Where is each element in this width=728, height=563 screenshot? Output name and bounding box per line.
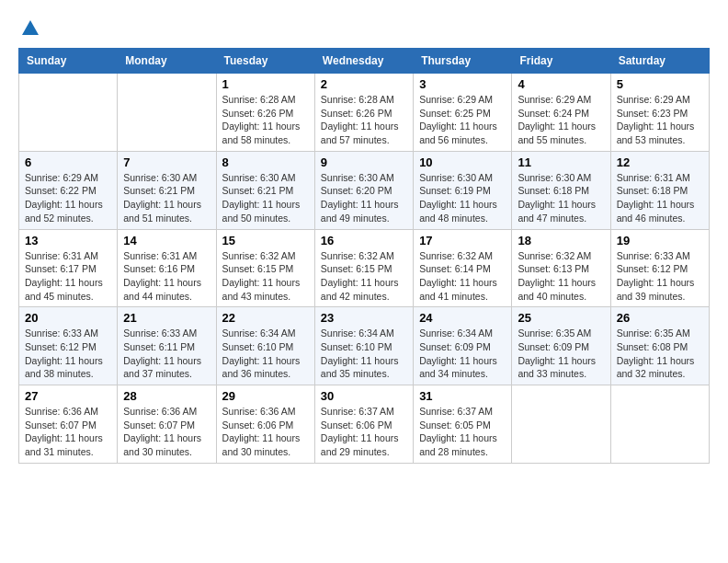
weekday-header-wednesday: Wednesday: [314, 49, 413, 74]
day-info: Sunrise: 6:32 AM Sunset: 6:15 PM Dayligh…: [222, 249, 309, 304]
calendar-cell: 28Sunrise: 6:36 AM Sunset: 6:07 PM Dayli…: [118, 385, 216, 464]
day-number: 31: [419, 389, 506, 403]
day-info: Sunrise: 6:28 AM Sunset: 6:26 PM Dayligh…: [222, 93, 309, 147]
day-info: Sunrise: 6:37 AM Sunset: 6:06 PM Dayligh…: [321, 405, 407, 459]
calendar-cell: 4Sunrise: 6:29 AM Sunset: 6:24 PM Daylig…: [512, 74, 610, 152]
day-number: 21: [123, 311, 210, 325]
calendar-cell: 18Sunrise: 6:32 AM Sunset: 6:13 PM Dayli…: [512, 229, 610, 307]
weekday-header-thursday: Thursday: [414, 49, 512, 74]
day-info: Sunrise: 6:31 AM Sunset: 6:17 PM Dayligh…: [25, 249, 111, 304]
calendar-cell: 6Sunrise: 6:29 AM Sunset: 6:22 PM Daylig…: [19, 151, 118, 229]
calendar-cell: 7Sunrise: 6:30 AM Sunset: 6:21 PM Daylig…: [118, 151, 216, 229]
calendar-cell: 14Sunrise: 6:31 AM Sunset: 6:16 PM Dayli…: [118, 229, 216, 307]
day-info: Sunrise: 6:29 AM Sunset: 6:22 PM Dayligh…: [25, 171, 111, 225]
day-info: Sunrise: 6:34 AM Sunset: 6:09 PM Dayligh…: [419, 327, 506, 381]
day-number: 18: [518, 234, 604, 247]
day-info: Sunrise: 6:32 AM Sunset: 6:15 PM Dayligh…: [321, 249, 407, 304]
day-number: 3: [419, 77, 506, 91]
day-number: 29: [222, 389, 309, 403]
calendar-cell: 31Sunrise: 6:37 AM Sunset: 6:05 PM Dayli…: [414, 385, 512, 464]
day-info: Sunrise: 6:33 AM Sunset: 6:12 PM Dayligh…: [25, 327, 111, 381]
day-number: 2: [321, 77, 407, 91]
day-number: 10: [419, 155, 506, 169]
calendar-cell: 5Sunrise: 6:29 AM Sunset: 6:23 PM Daylig…: [610, 74, 709, 152]
weekday-header-sunday: Sunday: [19, 49, 118, 74]
calendar-cell: 3Sunrise: 6:29 AM Sunset: 6:25 PM Daylig…: [414, 74, 512, 152]
calendar-cell: 13Sunrise: 6:31 AM Sunset: 6:17 PM Dayli…: [19, 229, 118, 307]
calendar-cell: 12Sunrise: 6:31 AM Sunset: 6:18 PM Dayli…: [610, 151, 709, 229]
day-info: Sunrise: 6:28 AM Sunset: 6:26 PM Dayligh…: [321, 93, 407, 147]
logo: [18, 18, 42, 39]
day-info: Sunrise: 6:35 AM Sunset: 6:08 PM Dayligh…: [617, 327, 703, 381]
calendar-cell: 26Sunrise: 6:35 AM Sunset: 6:08 PM Dayli…: [610, 307, 709, 385]
weekday-header-tuesday: Tuesday: [216, 49, 314, 74]
calendar-cell: 11Sunrise: 6:30 AM Sunset: 6:18 PM Dayli…: [512, 151, 610, 229]
logo-icon: [20, 18, 40, 39]
calendar-cell: 25Sunrise: 6:35 AM Sunset: 6:09 PM Dayli…: [512, 307, 610, 385]
weekday-header-monday: Monday: [118, 49, 216, 74]
calendar-cell: 9Sunrise: 6:30 AM Sunset: 6:20 PM Daylig…: [314, 151, 413, 229]
day-info: Sunrise: 6:31 AM Sunset: 6:16 PM Dayligh…: [123, 249, 210, 304]
day-number: 14: [123, 234, 210, 247]
day-number: 6: [25, 155, 111, 169]
day-number: 5: [617, 77, 703, 91]
day-number: 28: [123, 389, 210, 403]
calendar-cell: 27Sunrise: 6:36 AM Sunset: 6:07 PM Dayli…: [19, 385, 118, 464]
day-info: Sunrise: 6:30 AM Sunset: 6:18 PM Dayligh…: [518, 171, 604, 225]
calendar-week-1: 1Sunrise: 6:28 AM Sunset: 6:26 PM Daylig…: [19, 74, 710, 152]
calendar-week-2: 6Sunrise: 6:29 AM Sunset: 6:22 PM Daylig…: [19, 151, 710, 229]
calendar-cell: 29Sunrise: 6:36 AM Sunset: 6:06 PM Dayli…: [216, 385, 314, 464]
day-info: Sunrise: 6:33 AM Sunset: 6:12 PM Dayligh…: [617, 249, 703, 304]
day-number: 12: [617, 155, 703, 169]
calendar-cell: 17Sunrise: 6:32 AM Sunset: 6:14 PM Dayli…: [414, 229, 512, 307]
day-number: 23: [321, 311, 407, 325]
day-info: Sunrise: 6:36 AM Sunset: 6:06 PM Dayligh…: [222, 405, 309, 459]
calendar-cell: 21Sunrise: 6:33 AM Sunset: 6:11 PM Dayli…: [118, 307, 216, 385]
calendar-cell: 10Sunrise: 6:30 AM Sunset: 6:19 PM Dayli…: [414, 151, 512, 229]
day-info: Sunrise: 6:32 AM Sunset: 6:14 PM Dayligh…: [419, 249, 506, 304]
calendar-cell: 20Sunrise: 6:33 AM Sunset: 6:12 PM Dayli…: [19, 307, 118, 385]
day-number: 16: [321, 234, 407, 247]
day-number: 26: [617, 311, 703, 325]
calendar-cell: [610, 385, 709, 464]
day-info: Sunrise: 6:34 AM Sunset: 6:10 PM Dayligh…: [321, 327, 407, 381]
day-number: 7: [123, 155, 210, 169]
calendar-week-4: 20Sunrise: 6:33 AM Sunset: 6:12 PM Dayli…: [19, 307, 710, 385]
calendar-cell: [118, 74, 216, 152]
calendar-cell: 16Sunrise: 6:32 AM Sunset: 6:15 PM Dayli…: [314, 229, 413, 307]
day-info: Sunrise: 6:29 AM Sunset: 6:23 PM Dayligh…: [617, 93, 703, 147]
day-info: Sunrise: 6:37 AM Sunset: 6:05 PM Dayligh…: [419, 405, 506, 459]
svg-marker-0: [22, 20, 39, 35]
calendar-cell: 22Sunrise: 6:34 AM Sunset: 6:10 PM Dayli…: [216, 307, 314, 385]
calendar-header-row: SundayMondayTuesdayWednesdayThursdayFrid…: [19, 49, 710, 74]
day-info: Sunrise: 6:34 AM Sunset: 6:10 PM Dayligh…: [222, 327, 309, 381]
day-info: Sunrise: 6:31 AM Sunset: 6:18 PM Dayligh…: [617, 171, 703, 225]
day-info: Sunrise: 6:29 AM Sunset: 6:24 PM Dayligh…: [518, 93, 604, 147]
day-number: 22: [222, 311, 309, 325]
calendar-cell: 19Sunrise: 6:33 AM Sunset: 6:12 PM Dayli…: [610, 229, 709, 307]
day-number: 19: [617, 234, 703, 247]
day-info: Sunrise: 6:30 AM Sunset: 6:21 PM Dayligh…: [123, 171, 210, 225]
calendar-cell: [512, 385, 610, 464]
day-info: Sunrise: 6:33 AM Sunset: 6:11 PM Dayligh…: [123, 327, 210, 381]
day-number: 13: [25, 234, 111, 247]
calendar-cell: 24Sunrise: 6:34 AM Sunset: 6:09 PM Dayli…: [414, 307, 512, 385]
day-number: 27: [25, 389, 111, 403]
calendar-cell: 30Sunrise: 6:37 AM Sunset: 6:06 PM Dayli…: [314, 385, 413, 464]
day-number: 4: [518, 77, 604, 91]
calendar-table: SundayMondayTuesdayWednesdayThursdayFrid…: [18, 48, 710, 464]
day-info: Sunrise: 6:36 AM Sunset: 6:07 PM Dayligh…: [25, 405, 111, 459]
day-info: Sunrise: 6:36 AM Sunset: 6:07 PM Dayligh…: [123, 405, 210, 459]
day-info: Sunrise: 6:30 AM Sunset: 6:20 PM Dayligh…: [321, 171, 407, 225]
calendar-week-5: 27Sunrise: 6:36 AM Sunset: 6:07 PM Dayli…: [19, 385, 710, 464]
calendar-cell: 8Sunrise: 6:30 AM Sunset: 6:21 PM Daylig…: [216, 151, 314, 229]
day-number: 1: [222, 77, 309, 91]
day-number: 11: [518, 155, 604, 169]
day-info: Sunrise: 6:30 AM Sunset: 6:21 PM Dayligh…: [222, 171, 309, 225]
day-number: 30: [321, 389, 407, 403]
weekday-header-saturday: Saturday: [610, 49, 709, 74]
calendar-cell: 1Sunrise: 6:28 AM Sunset: 6:26 PM Daylig…: [216, 74, 314, 152]
day-info: Sunrise: 6:35 AM Sunset: 6:09 PM Dayligh…: [518, 327, 604, 381]
calendar-cell: 23Sunrise: 6:34 AM Sunset: 6:10 PM Dayli…: [314, 307, 413, 385]
day-number: 24: [419, 311, 506, 325]
